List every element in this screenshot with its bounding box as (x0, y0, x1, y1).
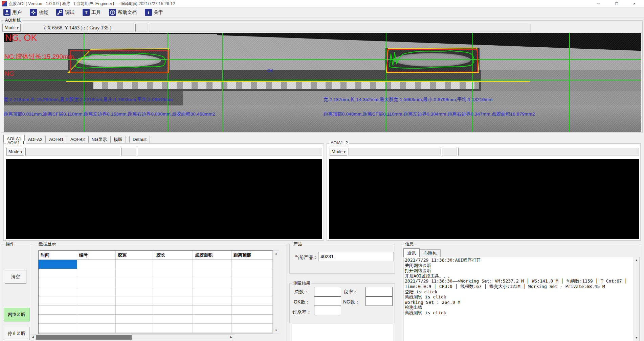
col-top-distance[interactable]: 距离顶部 (231, 251, 273, 260)
table-cell[interactable] (39, 296, 77, 306)
table-cell[interactable] (116, 315, 154, 324)
table-cell[interactable] (193, 306, 231, 315)
table-cell[interactable] (193, 287, 231, 296)
yield-field[interactable] (365, 287, 393, 296)
table-cell[interactable] (193, 278, 231, 287)
table-cell[interactable] (231, 315, 273, 324)
table-cell[interactable] (39, 315, 77, 324)
table-vertical-scrollbar[interactable]: ▲ ▼ (273, 250, 279, 334)
col-glue-length[interactable]: 胶长 (154, 251, 193, 260)
overkill-field[interactable] (314, 306, 341, 315)
table-cell[interactable] (39, 269, 77, 278)
total-field[interactable] (314, 287, 341, 296)
camera-image[interactable]: NG, OK NG:胶体过长:15.290mm, NG OK 宽:2.218mm… (4, 33, 641, 132)
scroll-down-icon[interactable]: ▼ (273, 328, 279, 333)
network-listen-button[interactable]: 网络监听 (4, 308, 29, 321)
subpanel1-mode-select[interactable]: Mode ▾ (6, 148, 24, 156)
camera-field-small[interactable] (135, 24, 148, 32)
minimize-icon[interactable]: ─ (591, 0, 606, 7)
table-cell[interactable] (154, 324, 193, 333)
menu-about[interactable]: i 关于 (143, 8, 164, 17)
table-cell[interactable] (116, 278, 154, 287)
table-cell[interactable] (154, 296, 193, 306)
camera-mode-select[interactable]: Mode ▾ (2, 24, 21, 32)
ng-count-field[interactable] (365, 296, 393, 306)
subpanel2-field-3[interactable] (458, 148, 639, 156)
table-cell[interactable] (154, 260, 193, 269)
table-cell[interactable] (154, 287, 193, 296)
maximize-icon[interactable]: □ (609, 0, 624, 7)
table-cell[interactable] (154, 278, 193, 287)
menu-debug[interactable]: 调试 (55, 8, 76, 17)
table-cell[interactable] (231, 324, 273, 333)
table-cell[interactable] (231, 269, 273, 278)
table-cell[interactable] (77, 260, 116, 269)
table-cell[interactable] (231, 296, 273, 306)
scroll-right-icon[interactable]: ▶ (228, 335, 234, 340)
table-cell[interactable] (77, 315, 116, 324)
table-cell[interactable] (154, 315, 193, 324)
scroll-up-icon[interactable]: ▲ (634, 258, 639, 263)
tab-template[interactable]: 模版 (110, 136, 126, 143)
tab-aoi-b1[interactable]: AOI-B1 (46, 136, 67, 143)
table-cell[interactable] (39, 287, 77, 296)
tab-comm[interactable]: 通讯 (403, 248, 420, 257)
subpanel2-field-2[interactable] (442, 148, 457, 156)
tab-aoi-a2[interactable]: AOI-A2 (25, 136, 46, 143)
camera-field-long[interactable] (149, 24, 531, 32)
table-cell[interactable] (154, 306, 193, 315)
table-cell[interactable] (77, 324, 116, 333)
subpanel1-field-3[interactable] (138, 148, 322, 156)
table-cell[interactable] (39, 278, 77, 287)
table-cell[interactable] (116, 324, 154, 333)
close-icon[interactable]: × (626, 0, 642, 7)
col-id[interactable]: 编号 (77, 251, 116, 260)
scrollbar-thumb[interactable] (36, 335, 132, 340)
tab-default[interactable]: Default (129, 136, 150, 143)
table-cell[interactable] (231, 260, 273, 269)
subpanel1-field-1[interactable] (25, 148, 120, 156)
table-cell[interactable] (116, 269, 154, 278)
table-cell[interactable] (77, 296, 116, 306)
table-cell-selected[interactable] (39, 260, 77, 269)
current-product-input[interactable] (318, 252, 394, 261)
table-cell[interactable] (193, 324, 231, 333)
menu-tools[interactable]: T 工具 (81, 8, 102, 17)
col-glue-area[interactable]: 点胶面积 (193, 251, 231, 260)
table-cell[interactable] (77, 306, 116, 315)
table-cell[interactable] (231, 287, 273, 296)
scroll-down-icon[interactable]: ▼ (634, 335, 639, 341)
stop-listen-button[interactable]: 停止监听 (4, 327, 29, 340)
table-horizontal-scrollbar[interactable]: ◀ ▶ (30, 334, 234, 340)
table-cell[interactable] (193, 269, 231, 278)
tab-ng-display[interactable]: NG显示 (88, 136, 111, 143)
col-glue-width[interactable]: 胶宽 (116, 251, 154, 260)
table-cell[interactable] (154, 269, 193, 278)
log-vertical-scrollbar[interactable]: ▲ ▼ (634, 257, 640, 341)
menu-user[interactable]: 用户 (2, 8, 23, 17)
subpanel2-field-1[interactable] (349, 148, 441, 156)
table-cell[interactable] (231, 306, 273, 315)
col-time[interactable]: 时间 (39, 251, 77, 260)
menu-function[interactable]: 功能 (28, 8, 49, 17)
table-cell[interactable] (193, 315, 231, 324)
table-cell[interactable] (77, 278, 116, 287)
table-cell[interactable] (116, 306, 154, 315)
subpanel1-image-canvas[interactable] (6, 159, 322, 239)
scroll-left-icon[interactable]: ◀ (30, 335, 36, 340)
table-cell[interactable] (39, 324, 77, 333)
clear-button[interactable]: 清空 (5, 270, 26, 284)
table-cell[interactable] (116, 260, 154, 269)
table-cell[interactable] (116, 296, 154, 306)
table-cell[interactable] (193, 260, 231, 269)
table-cell[interactable] (231, 278, 273, 287)
subpanel2-image-canvas[interactable] (329, 159, 639, 239)
subpanel1-field-2[interactable] (121, 148, 136, 156)
table-cell[interactable] (39, 306, 77, 315)
log-output[interactable]: 2021/7/29 11:36:30:AOI程序打开 关闭网络监听 打开网络监听… (403, 257, 640, 341)
ok-count-field[interactable] (314, 296, 341, 306)
table-cell[interactable] (77, 287, 116, 296)
tab-heartbeat[interactable]: 心跳包 (420, 249, 441, 257)
coordinate-readout[interactable]: ( X 6568, Y 1463 ) : ( Gray 135 ) (22, 24, 134, 32)
menu-help[interactable]: ? 帮助文档 (108, 8, 138, 17)
